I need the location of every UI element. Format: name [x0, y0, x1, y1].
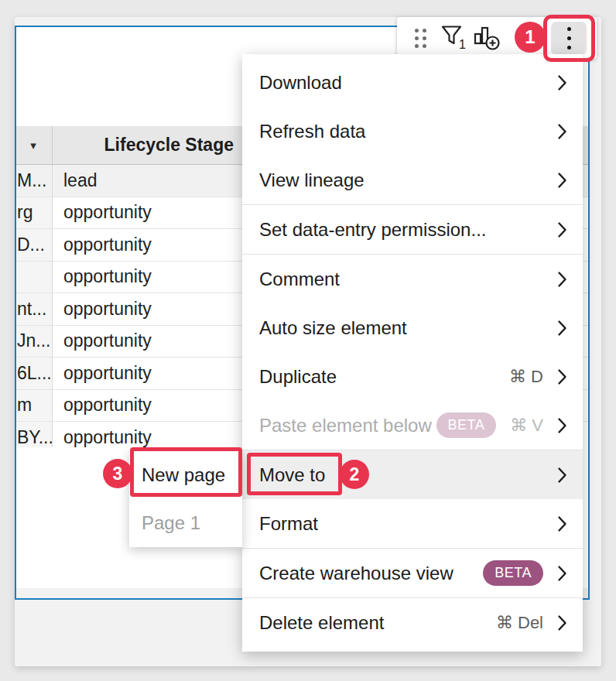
beta-badge [520, 118, 543, 144]
menu-item-label: Move to [259, 464, 325, 486]
element-context-menu: Download Refresh data View lineage [242, 54, 583, 652]
row-header-cell[interactable] [15, 262, 53, 294]
menu-item-label: View lineage [259, 169, 364, 191]
column-menu-caret-icon[interactable]: ▾ [30, 139, 36, 151]
chart-plus-icon [474, 25, 501, 51]
beta-badge [520, 167, 543, 193]
row-header-cell[interactable]: Jn... [15, 326, 53, 358]
beta-badge: BETA [436, 412, 497, 438]
menu-item-label: Refresh data [259, 121, 365, 142]
menu-item-label: Create warehouse view [259, 563, 453, 584]
drag-handle[interactable] [415, 29, 426, 48]
beta-badge: BETA [483, 560, 543, 586]
beta-badge [520, 462, 543, 488]
kebab-icon [567, 27, 571, 31]
menu-item-label: Delete element [259, 612, 384, 634]
submenu-chevron-icon [557, 271, 567, 288]
beta-badge [520, 217, 543, 242]
menu-item-label: Comment [259, 269, 340, 290]
add-child-element-button[interactable] [474, 25, 501, 51]
submenu-item-new-page[interactable]: New page [129, 451, 242, 499]
submenu-chevron-icon [557, 417, 567, 434]
menu-item-move-to[interactable]: Move to [242, 450, 583, 499]
menu-item-format[interactable]: Format [242, 499, 583, 548]
menu-item-paste-element-below: Paste element below BETA ⌘ V [242, 401, 583, 450]
element-toolbar: 1 [397, 17, 597, 59]
beta-badge [459, 610, 482, 635]
more-options-button[interactable] [551, 22, 587, 55]
row-header-cell[interactable]: rg [15, 197, 53, 230]
filter-button[interactable]: 1 [441, 25, 466, 51]
menu-item-set-data-entry-permission[interactable]: Set data-entry permission... [242, 205, 583, 254]
menu-item-delete-element[interactable]: Delete element ⌘ Del [242, 598, 583, 647]
submenu-item-label: Page 1 [142, 512, 200, 534]
submenu-item-label: New page [142, 464, 225, 486]
submenu-chevron-icon [557, 614, 567, 631]
row-header-column-header[interactable]: ▾ [15, 126, 53, 164]
submenu-chevron-icon [557, 320, 567, 337]
menu-item-duplicate[interactable]: Duplicate ⌘ D [242, 352, 583, 401]
row-header-cell[interactable]: nt... [15, 293, 53, 326]
menu-item-label: Auto size element [259, 317, 407, 339]
menu-item-download[interactable]: Download [242, 58, 583, 107]
beta-badge [520, 315, 543, 340]
menu-item-auto-size-element[interactable]: Auto size element [242, 303, 583, 352]
menu-item-label: Set data-entry permission... [259, 219, 486, 241]
move-to-submenu: New page Page 1 [129, 451, 242, 547]
menu-item-label: Paste element below [259, 415, 432, 436]
submenu-chevron-icon [557, 368, 567, 385]
row-header-cell[interactable]: m [15, 390, 53, 423]
menu-item-label: Duplicate [259, 366, 337, 388]
menu-item-label: Download [259, 72, 342, 94]
submenu-chevron-icon [557, 515, 567, 532]
row-header-cell[interactable]: M... [15, 165, 53, 197]
submenu-chevron-icon [557, 467, 567, 484]
menu-item-view-lineage[interactable]: View lineage [242, 156, 583, 204]
submenu-chevron-icon [557, 221, 567, 238]
submenu-item-page-1[interactable]: Page 1 [129, 499, 242, 547]
row-header-cell[interactable]: 6L... [15, 358, 53, 390]
keyboard-shortcut: ⌘ Del [496, 613, 543, 633]
keyboard-shortcut: ⌘ D [509, 367, 543, 387]
column-header-lifecycle-stage[interactable]: Lifecycle Stage [53, 126, 238, 164]
beta-badge [520, 266, 543, 292]
menu-item-create-warehouse-view[interactable]: Create warehouse view BETA [242, 549, 583, 597]
menu-item-comment[interactable]: Comment [242, 255, 583, 303]
beta-badge [472, 364, 495, 389]
submenu-chevron-icon [557, 172, 567, 189]
menu-item-refresh-data[interactable]: Refresh data [242, 107, 583, 156]
submenu-chevron-icon [557, 123, 567, 140]
row-header-cell[interactable]: BY... [15, 422, 53, 447]
submenu-chevron-icon [557, 74, 567, 91]
submenu-chevron-icon [557, 565, 567, 582]
filter-count-label: 1 [459, 39, 466, 51]
beta-badge [520, 511, 543, 536]
row-header-cell[interactable]: D... [15, 229, 53, 262]
menu-item-label: Format [259, 513, 318, 535]
keyboard-shortcut: ⌘ V [510, 416, 543, 436]
beta-badge [520, 70, 543, 95]
